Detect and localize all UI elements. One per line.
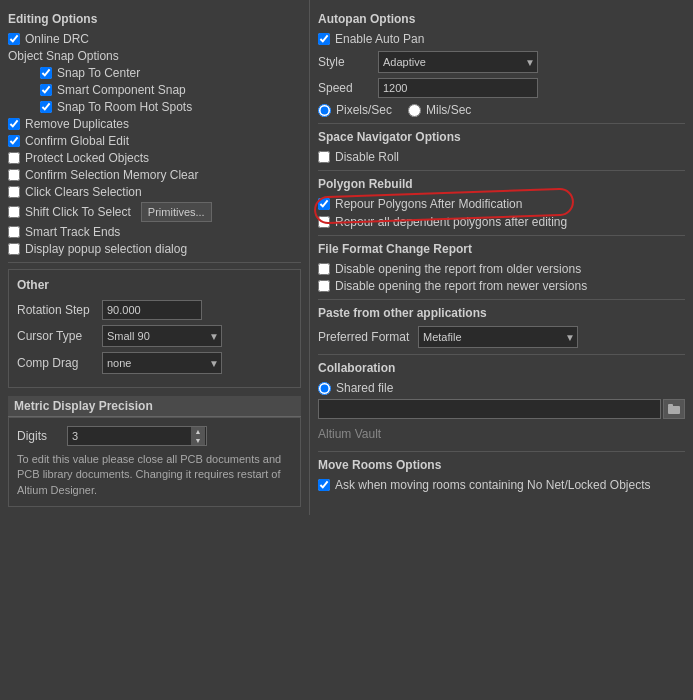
other-section: Other Rotation Step Cursor Type Small 90… bbox=[8, 269, 301, 388]
rotation-step-label: Rotation Step bbox=[17, 303, 102, 317]
repour-all-dependent-row: Repour all dependent polygons after edit… bbox=[318, 215, 685, 229]
comp-drag-select[interactable]: none Connected Tracks bbox=[102, 352, 222, 374]
snap-to-room-row: Snap To Room Hot Spots bbox=[8, 100, 301, 114]
svg-rect-1 bbox=[668, 404, 673, 407]
shared-file-radio[interactable] bbox=[318, 382, 331, 395]
autopan-style-select[interactable]: Adaptive Ballistic Linear bbox=[378, 51, 538, 73]
display-popup-label: Display popup selection dialog bbox=[25, 242, 187, 256]
disable-roll-checkbox[interactable] bbox=[318, 151, 330, 163]
shift-click-row: Shift Click To Select Primitives... bbox=[8, 202, 301, 222]
collab-folder-button[interactable] bbox=[663, 399, 685, 419]
disable-roll-row: Disable Roll bbox=[318, 150, 685, 164]
pixels-sec-radio[interactable] bbox=[318, 104, 331, 117]
preferred-format-select[interactable]: Metafile Text Bitmap bbox=[418, 326, 578, 348]
display-popup-row: Display popup selection dialog bbox=[8, 242, 301, 256]
protect-locked-row: Protect Locked Objects bbox=[8, 151, 301, 165]
enable-autopan-row: Enable Auto Pan bbox=[318, 32, 685, 46]
snap-to-center-label: Snap To Center bbox=[57, 66, 140, 80]
divider-5 bbox=[318, 299, 685, 300]
snap-to-center-checkbox[interactable] bbox=[40, 67, 52, 79]
repour-all-dependent-label: Repour all dependent polygons after edit… bbox=[335, 215, 567, 229]
pixels-sec-label: Pixels/Sec bbox=[336, 103, 392, 117]
digits-input[interactable] bbox=[67, 426, 207, 446]
online-drc-row: Online DRC bbox=[8, 32, 301, 46]
click-clears-checkbox[interactable] bbox=[8, 186, 20, 198]
collaboration-header: Collaboration bbox=[318, 361, 685, 375]
digits-row: Digits ▲ ▼ bbox=[17, 426, 292, 446]
mils-sec-label: Mils/Sec bbox=[426, 103, 471, 117]
repour-all-dependent-checkbox[interactable] bbox=[318, 216, 330, 228]
disable-older-label: Disable opening the report from older ve… bbox=[335, 262, 581, 276]
disable-newer-row: Disable opening the report from newer ve… bbox=[318, 279, 685, 293]
altium-vault-label: Altium Vault bbox=[318, 423, 685, 445]
cursor-type-label: Cursor Type bbox=[17, 329, 102, 343]
snap-to-room-label: Snap To Room Hot Spots bbox=[57, 100, 192, 114]
confirm-global-edit-checkbox[interactable] bbox=[8, 135, 20, 147]
autopan-style-row: Style Adaptive Ballistic Linear ▼ bbox=[318, 51, 685, 73]
folder-icon bbox=[668, 403, 680, 415]
autopan-speed-input[interactable] bbox=[378, 78, 538, 98]
enable-autopan-checkbox[interactable] bbox=[318, 33, 330, 45]
metric-display-section: Metric Display Precision Digits ▲ ▼ To e… bbox=[8, 396, 301, 507]
rotation-step-row: Rotation Step bbox=[17, 300, 292, 320]
smart-track-ends-row: Smart Track Ends bbox=[8, 225, 301, 239]
repour-modification-checkbox[interactable] bbox=[318, 198, 330, 210]
autopan-style-dropdown-wrapper: Adaptive Ballistic Linear ▼ bbox=[378, 51, 538, 73]
click-clears-row: Click Clears Selection bbox=[8, 185, 301, 199]
shift-click-checkbox[interactable] bbox=[8, 206, 20, 218]
online-drc-checkbox[interactable] bbox=[8, 33, 20, 45]
mils-sec-radio[interactable] bbox=[408, 104, 421, 117]
divider-4 bbox=[318, 235, 685, 236]
online-drc-label: Online DRC bbox=[25, 32, 89, 46]
shared-file-label: Shared file bbox=[336, 381, 393, 395]
confirm-selection-memory-checkbox[interactable] bbox=[8, 169, 20, 181]
confirm-global-edit-label: Confirm Global Edit bbox=[25, 134, 129, 148]
click-clears-label: Click Clears Selection bbox=[25, 185, 142, 199]
collab-input-row bbox=[318, 399, 685, 419]
digits-label: Digits bbox=[17, 429, 67, 443]
disable-roll-label: Disable Roll bbox=[335, 150, 399, 164]
smart-track-ends-checkbox[interactable] bbox=[8, 226, 20, 238]
cursor-type-row: Cursor Type Small 90 Large 90 Small 45 L… bbox=[17, 325, 292, 347]
enable-autopan-label: Enable Auto Pan bbox=[335, 32, 424, 46]
autopan-speed-row: Speed bbox=[318, 78, 685, 98]
disable-older-checkbox[interactable] bbox=[318, 263, 330, 275]
editing-options-header: Editing Options bbox=[8, 12, 301, 26]
digits-up-button[interactable]: ▲ bbox=[191, 427, 205, 436]
confirm-selection-memory-label: Confirm Selection Memory Clear bbox=[25, 168, 198, 182]
object-snap-options-label: Object Snap Options bbox=[8, 49, 301, 63]
remove-duplicates-row: Remove Duplicates bbox=[8, 117, 301, 131]
divider-1 bbox=[8, 262, 301, 263]
divider-6 bbox=[318, 354, 685, 355]
rotation-step-input[interactable] bbox=[102, 300, 202, 320]
confirm-selection-memory-row: Confirm Selection Memory Clear bbox=[8, 168, 301, 182]
collab-path-input[interactable] bbox=[318, 399, 661, 419]
metric-note: To edit this value please close all PCB … bbox=[17, 452, 292, 498]
divider-7 bbox=[318, 451, 685, 452]
disable-newer-checkbox[interactable] bbox=[318, 280, 330, 292]
move-rooms-header: Move Rooms Options bbox=[318, 458, 685, 472]
display-popup-checkbox[interactable] bbox=[8, 243, 20, 255]
ask-when-moving-row: Ask when moving rooms containing No Net/… bbox=[318, 478, 685, 492]
smart-component-snap-label: Smart Component Snap bbox=[57, 83, 186, 97]
primitives-button[interactable]: Primitives... bbox=[141, 202, 212, 222]
remove-duplicates-label: Remove Duplicates bbox=[25, 117, 129, 131]
smart-track-ends-label: Smart Track Ends bbox=[25, 225, 120, 239]
ask-when-moving-checkbox[interactable] bbox=[318, 479, 330, 491]
comp-drag-row: Comp Drag none Connected Tracks ▼ bbox=[17, 352, 292, 374]
snap-to-room-checkbox[interactable] bbox=[40, 101, 52, 113]
disable-older-row: Disable opening the report from older ve… bbox=[318, 262, 685, 276]
cursor-type-select[interactable]: Small 90 Large 90 Small 45 Large 45 bbox=[102, 325, 222, 347]
protect-locked-label: Protect Locked Objects bbox=[25, 151, 149, 165]
other-title: Other bbox=[17, 278, 292, 292]
repour-after-modification-row: Repour Polygons After Modification bbox=[318, 197, 685, 211]
divider-2 bbox=[318, 123, 685, 124]
remove-duplicates-checkbox[interactable] bbox=[8, 118, 20, 130]
smart-component-snap-checkbox[interactable] bbox=[40, 84, 52, 96]
repour-modification-label: Repour Polygons After Modification bbox=[335, 197, 522, 211]
digits-down-button[interactable]: ▼ bbox=[191, 436, 205, 445]
preferred-format-label: Preferred Format bbox=[318, 330, 418, 344]
protect-locked-checkbox[interactable] bbox=[8, 152, 20, 164]
paste-from-other-header: Paste from other applications bbox=[318, 306, 685, 320]
digits-input-wrap: ▲ ▼ bbox=[67, 426, 207, 446]
